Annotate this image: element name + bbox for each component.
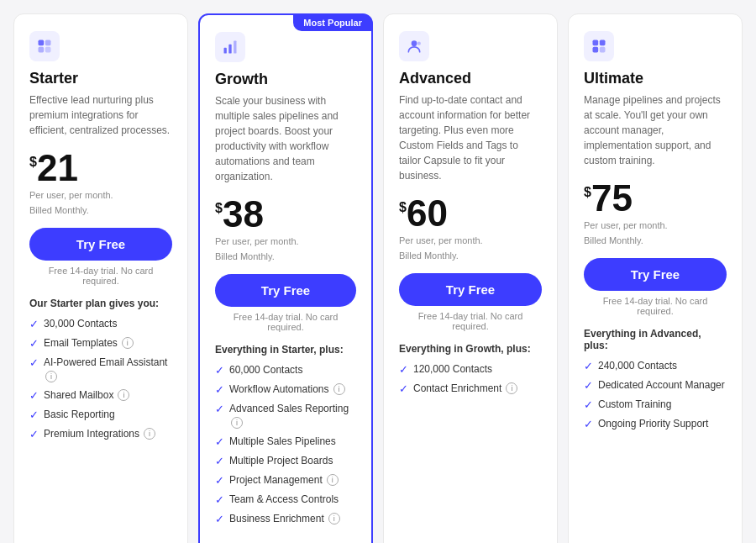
feature-item: ✓ AI-Powered Email Assistant i [29,356,172,382]
section-label-advanced: Everything in Growth, plus: [399,343,542,355]
price-currency-growth: $ [215,201,223,216]
info-icon[interactable]: i [506,382,517,394]
price-currency-ultimate: $ [584,185,591,200]
check-icon: ✓ [584,360,593,372]
svg-rect-9 [593,40,599,46]
price-amount-starter: 21 [37,150,78,187]
growth-icon [215,32,245,62]
feature-text: 240,000 Contacts [598,360,677,372]
svg-rect-3 [45,47,51,53]
info-icon[interactable]: i [122,337,134,349]
plan-card-growth: Most Popular Growth Scale your business … [198,13,373,543]
feature-item: ✓ 120,000 Contacts [399,363,542,376]
price-currency-advanced: $ [399,200,407,215]
feature-list-starter: ✓ 30,000 Contacts ✓ Email Templates i ✓ … [29,318,172,533]
price-row-growth: $ 38 [215,196,356,233]
feature-text: Contact Enrichment i [413,382,517,394]
info-icon[interactable]: i [231,417,243,429]
plan-card-advanced: Advanced Find up-to-date contact and acc… [383,13,558,543]
price-currency-starter: $ [29,155,37,170]
feature-text: Basic Reporting [44,409,115,420]
trial-note-starter: Free 14-day trial. No card required. [29,266,172,286]
feature-item: ✓ 240,000 Contacts [584,360,727,372]
trial-note-growth: Free 14-day trial. No card required. [215,312,356,332]
check-icon: ✓ [29,428,39,440]
feature-item: ✓ Premium Integrations i [29,428,172,440]
feature-item: ✓ Ongoing Priority Support [584,418,727,430]
info-icon[interactable]: i [328,513,340,525]
feature-text: Workflow Automations i [229,383,345,395]
plan-card-ultimate: Ultimate Manage pipelines and projects a… [568,13,743,543]
plan-name-advanced: Advanced [399,70,542,87]
price-amount-ultimate: 75 [591,180,633,217]
feature-list-advanced: ✓ 120,000 Contacts ✓ Contact Enrichment … [399,363,542,533]
feature-item: ✓ Shared Mailbox i [29,389,172,402]
section-label-starter: Our Starter plan gives you: [29,298,172,309]
price-meta-starter: Per user, per month.Billed Monthly. [29,188,172,218]
try-free-button-growth[interactable]: Try Free [215,274,356,307]
feature-text: Business Enrichment i [229,513,340,525]
svg-rect-11 [593,47,599,53]
try-free-button-advanced[interactable]: Try Free [399,273,542,306]
feature-item: ✓ 30,000 Contacts [29,318,172,330]
check-icon: ✓ [399,363,408,376]
check-icon: ✓ [215,435,224,448]
check-icon: ✓ [215,383,224,396]
check-icon: ✓ [584,379,593,392]
svg-point-7 [412,40,417,46]
svg-rect-6 [234,41,236,54]
check-icon: ✓ [215,474,224,487]
plan-desc-growth: Scale your business with multiple sales … [215,93,356,184]
check-icon: ✓ [29,389,39,402]
feature-item: ✓ Dedicated Account Manager [584,379,727,392]
check-icon: ✓ [399,382,408,395]
check-icon: ✓ [29,356,39,369]
popular-badge: Most Popular [293,14,372,31]
info-icon[interactable]: i [333,383,345,395]
feature-text: AI-Powered Email Assistant i [44,356,172,382]
check-icon: ✓ [29,409,39,421]
info-icon[interactable]: i [45,371,57,382]
feature-text: Multiple Project Boards [229,455,333,467]
price-amount-growth: 38 [223,196,264,233]
try-free-button-ultimate[interactable]: Try Free [584,258,727,291]
pricing-grid: Starter Effective lead nurturing plus pr… [13,13,743,543]
price-row-ultimate: $ 75 [584,180,727,217]
feature-item: ✓ 60,000 Contacts [215,364,356,377]
feature-text: Dedicated Account Manager [598,379,725,391]
feature-item: ✓ Basic Reporting [29,409,172,421]
ultimate-icon [584,31,614,61]
feature-item: ✓ Contact Enrichment i [399,382,542,395]
plan-name-growth: Growth [215,71,356,88]
section-label-ultimate: Everything in Advanced, plus: [584,328,727,351]
feature-text: Premium Integrations i [44,428,155,440]
plan-desc-starter: Effective lead nurturing plus premium in… [29,92,172,138]
advanced-icon [399,31,429,61]
check-icon: ✓ [29,337,39,350]
price-meta-advanced: Per user, per month.Billed Monthly. [399,234,542,263]
feature-item: ✓ Business Enrichment i [215,513,356,525]
try-free-button-starter[interactable]: Try Free [29,228,172,261]
check-icon: ✓ [584,418,593,430]
check-icon: ✓ [584,398,593,411]
info-icon[interactable]: i [144,428,155,440]
plan-name-starter: Starter [29,70,172,87]
feature-item: ✓ Workflow Automations i [215,383,356,396]
trial-note-advanced: Free 14-day trial. No card required. [399,311,542,331]
feature-text: Ongoing Priority Support [598,418,708,430]
check-icon: ✓ [215,364,224,377]
plan-name-ultimate: Ultimate [584,70,727,87]
price-meta-growth: Per user, per month.Billed Monthly. [215,235,356,264]
svg-point-8 [417,42,421,45]
info-icon[interactable]: i [327,474,339,486]
feature-list-ultimate: ✓ 240,000 Contacts ✓ Dedicated Account M… [584,360,727,533]
feature-text: Multiple Sales Pipelines [229,435,336,447]
plan-desc-ultimate: Manage pipelines and projects at scale. … [584,92,727,168]
svg-rect-12 [600,47,606,53]
svg-rect-10 [600,40,606,46]
feature-text: Email Templates i [44,337,134,349]
feature-item: ✓ Project Management i [215,474,356,487]
svg-rect-5 [228,45,231,54]
feature-item: ✓ Multiple Project Boards [215,455,356,467]
info-icon[interactable]: i [118,389,129,401]
